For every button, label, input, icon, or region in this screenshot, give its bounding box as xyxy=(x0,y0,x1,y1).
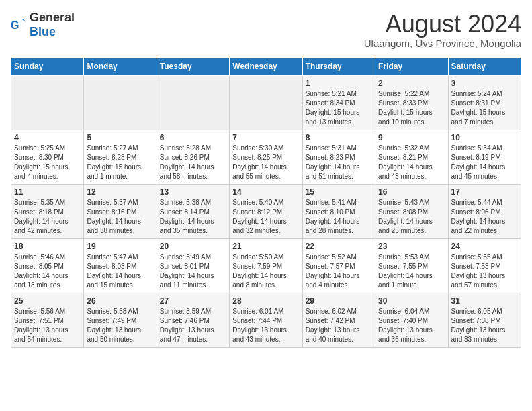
day-number: 13 xyxy=(160,187,226,197)
day-info: Sunrise: 5:58 AM Sunset: 7:49 PM Dayligh… xyxy=(87,307,153,345)
calendar-cell xyxy=(157,75,229,130)
day-info: Sunrise: 6:02 AM Sunset: 7:42 PM Dayligh… xyxy=(306,307,372,345)
day-number: 9 xyxy=(378,133,445,142)
day-info: Sunrise: 5:30 AM Sunset: 8:25 PM Dayligh… xyxy=(232,144,299,181)
calendar-cell: 27Sunrise: 5:59 AM Sunset: 7:46 PM Dayli… xyxy=(157,293,229,347)
calendar-cell: 24Sunrise: 5:55 AM Sunset: 7:53 PM Dayli… xyxy=(448,238,521,293)
day-info: Sunrise: 6:01 AM Sunset: 7:44 PM Dayligh… xyxy=(232,307,299,345)
day-info: Sunrise: 5:21 AM Sunset: 8:34 PM Dayligh… xyxy=(306,89,372,127)
day-info: Sunrise: 5:40 AM Sunset: 8:12 PM Dayligh… xyxy=(232,198,299,236)
col-header-friday: Friday xyxy=(375,57,448,75)
day-info: Sunrise: 5:25 AM Sunset: 8:30 PM Dayligh… xyxy=(14,144,81,181)
col-header-saturday: Saturday xyxy=(448,57,521,75)
calendar-cell: 6Sunrise: 5:28 AM Sunset: 8:26 PM Daylig… xyxy=(157,130,229,184)
day-number: 18 xyxy=(14,242,81,251)
day-number: 29 xyxy=(306,296,372,306)
day-number: 16 xyxy=(378,187,445,197)
logo: G General Blue xyxy=(11,11,75,39)
day-number: 3 xyxy=(451,79,518,88)
day-info: Sunrise: 5:22 AM Sunset: 8:33 PM Dayligh… xyxy=(378,89,445,127)
day-number: 17 xyxy=(451,187,518,197)
calendar-cell: 4Sunrise: 5:25 AM Sunset: 8:30 PM Daylig… xyxy=(11,130,84,184)
calendar-cell: 20Sunrise: 5:49 AM Sunset: 8:01 PM Dayli… xyxy=(157,238,229,293)
calendar-cell: 10Sunrise: 5:34 AM Sunset: 8:19 PM Dayli… xyxy=(448,130,521,184)
calendar-cell: 31Sunrise: 6:05 AM Sunset: 7:38 PM Dayli… xyxy=(448,293,521,347)
calendar-cell: 13Sunrise: 5:38 AM Sunset: 8:14 PM Dayli… xyxy=(157,184,229,238)
svg-marker-1 xyxy=(21,19,26,22)
calendar-cell: 5Sunrise: 5:27 AM Sunset: 8:28 PM Daylig… xyxy=(84,130,157,184)
page-header: G General Blue August 2024 Ulaangom, Uvs… xyxy=(11,11,521,49)
day-number: 26 xyxy=(87,296,153,306)
calendar-cell: 25Sunrise: 5:56 AM Sunset: 7:51 PM Dayli… xyxy=(11,293,84,347)
day-info: Sunrise: 5:56 AM Sunset: 7:51 PM Dayligh… xyxy=(14,307,81,345)
col-header-wednesday: Wednesday xyxy=(230,57,302,75)
day-number: 20 xyxy=(160,242,226,251)
calendar-cell xyxy=(11,75,84,130)
col-header-monday: Monday xyxy=(84,57,157,75)
calendar-cell: 1Sunrise: 5:21 AM Sunset: 8:34 PM Daylig… xyxy=(302,75,375,130)
day-info: Sunrise: 5:50 AM Sunset: 7:59 PM Dayligh… xyxy=(232,253,299,290)
day-number: 4 xyxy=(14,133,81,142)
main-title: August 2024 xyxy=(364,11,521,38)
day-info: Sunrise: 5:59 AM Sunset: 7:46 PM Dayligh… xyxy=(160,307,226,345)
calendar-cell: 3Sunrise: 5:24 AM Sunset: 8:31 PM Daylig… xyxy=(448,75,521,130)
day-number: 21 xyxy=(232,242,299,251)
col-header-sunday: Sunday xyxy=(11,57,84,75)
svg-text:G: G xyxy=(11,19,19,31)
day-number: 19 xyxy=(87,242,153,251)
day-number: 24 xyxy=(451,242,518,251)
calendar-cell xyxy=(84,75,157,130)
subtitle: Ulaangom, Uvs Province, Mongolia xyxy=(364,38,521,49)
calendar-cell: 28Sunrise: 6:01 AM Sunset: 7:44 PM Dayli… xyxy=(230,293,302,347)
day-number: 27 xyxy=(160,296,226,306)
calendar-cell: 12Sunrise: 5:37 AM Sunset: 8:16 PM Dayli… xyxy=(84,184,157,238)
col-header-tuesday: Tuesday xyxy=(157,57,229,75)
logo-general: General xyxy=(30,11,75,24)
day-number: 7 xyxy=(232,133,299,142)
day-info: Sunrise: 5:27 AM Sunset: 8:28 PM Dayligh… xyxy=(87,144,153,181)
calendar-cell: 17Sunrise: 5:44 AM Sunset: 8:06 PM Dayli… xyxy=(448,184,521,238)
calendar-cell: 22Sunrise: 5:52 AM Sunset: 7:57 PM Dayli… xyxy=(302,238,375,293)
day-number: 31 xyxy=(451,296,518,306)
day-info: Sunrise: 5:53 AM Sunset: 7:55 PM Dayligh… xyxy=(378,253,445,290)
day-number: 6 xyxy=(160,133,226,142)
calendar-cell: 16Sunrise: 5:43 AM Sunset: 8:08 PM Dayli… xyxy=(375,184,448,238)
day-info: Sunrise: 5:55 AM Sunset: 7:53 PM Dayligh… xyxy=(451,253,518,290)
col-header-thursday: Thursday xyxy=(302,57,375,75)
day-info: Sunrise: 5:43 AM Sunset: 8:08 PM Dayligh… xyxy=(378,198,445,236)
day-number: 15 xyxy=(306,187,372,197)
day-number: 11 xyxy=(14,187,81,197)
day-number: 30 xyxy=(378,296,445,306)
day-number: 1 xyxy=(306,79,372,88)
calendar-cell: 7Sunrise: 5:30 AM Sunset: 8:25 PM Daylig… xyxy=(230,130,302,184)
day-info: Sunrise: 5:32 AM Sunset: 8:21 PM Dayligh… xyxy=(378,144,445,181)
logo-blue: Blue xyxy=(30,25,56,38)
day-info: Sunrise: 5:41 AM Sunset: 8:10 PM Dayligh… xyxy=(306,198,372,236)
calendar-cell: 11Sunrise: 5:35 AM Sunset: 8:18 PM Dayli… xyxy=(11,184,84,238)
calendar-table: SundayMondayTuesdayWednesdayThursdayFrid… xyxy=(11,57,521,348)
day-number: 10 xyxy=(451,133,518,142)
day-info: Sunrise: 5:49 AM Sunset: 8:01 PM Dayligh… xyxy=(160,253,226,290)
day-info: Sunrise: 5:47 AM Sunset: 8:03 PM Dayligh… xyxy=(87,253,153,290)
day-info: Sunrise: 5:52 AM Sunset: 7:57 PM Dayligh… xyxy=(306,253,372,290)
calendar-cell: 19Sunrise: 5:47 AM Sunset: 8:03 PM Dayli… xyxy=(84,238,157,293)
calendar-cell: 26Sunrise: 5:58 AM Sunset: 7:49 PM Dayli… xyxy=(84,293,157,347)
day-info: Sunrise: 5:37 AM Sunset: 8:16 PM Dayligh… xyxy=(87,198,153,236)
day-number: 22 xyxy=(306,242,372,251)
day-number: 25 xyxy=(14,296,81,306)
day-number: 23 xyxy=(378,242,445,251)
calendar-cell: 2Sunrise: 5:22 AM Sunset: 8:33 PM Daylig… xyxy=(375,75,448,130)
day-number: 12 xyxy=(87,187,153,197)
day-number: 14 xyxy=(232,187,299,197)
day-info: Sunrise: 5:28 AM Sunset: 8:26 PM Dayligh… xyxy=(160,144,226,181)
day-number: 2 xyxy=(378,79,445,88)
logo-icon: G xyxy=(11,17,27,33)
title-area: August 2024 Ulaangom, Uvs Province, Mong… xyxy=(364,11,521,49)
day-number: 5 xyxy=(87,133,153,142)
calendar-cell: 30Sunrise: 6:04 AM Sunset: 7:40 PM Dayli… xyxy=(375,293,448,347)
calendar-cell: 23Sunrise: 5:53 AM Sunset: 7:55 PM Dayli… xyxy=(375,238,448,293)
day-info: Sunrise: 5:44 AM Sunset: 8:06 PM Dayligh… xyxy=(451,198,518,236)
day-info: Sunrise: 5:46 AM Sunset: 8:05 PM Dayligh… xyxy=(14,253,81,290)
calendar-cell: 8Sunrise: 5:31 AM Sunset: 8:23 PM Daylig… xyxy=(302,130,375,184)
day-info: Sunrise: 5:24 AM Sunset: 8:31 PM Dayligh… xyxy=(451,89,518,127)
